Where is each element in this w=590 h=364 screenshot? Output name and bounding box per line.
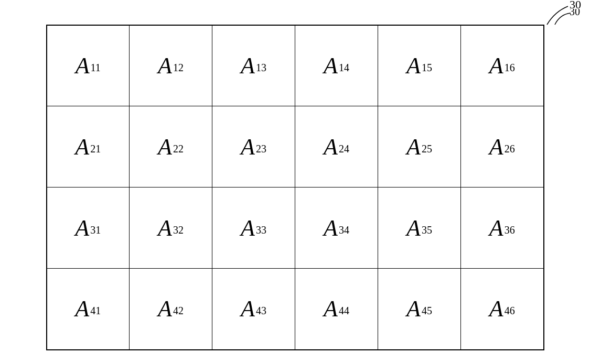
cell-46: A 46 <box>461 269 544 350</box>
cell-42: A 42 <box>130 269 212 350</box>
cell-25: A 25 <box>378 106 461 187</box>
cell-45: A 45 <box>378 269 461 350</box>
cell-43: A 43 <box>212 269 295 350</box>
matrix-wrapper: 30 A 11 A 12 <box>46 25 544 350</box>
svg-text:30: 30 <box>570 0 581 11</box>
cell-31: A 31 <box>47 187 130 269</box>
cell-23: A 23 <box>212 106 295 187</box>
cell-16: A 16 <box>461 25 544 106</box>
cell-13: A 13 <box>212 25 295 106</box>
page-container: 30 A 11 A 12 <box>0 0 590 364</box>
matrix-row-3: A 31 A 32 A 33 <box>47 187 544 269</box>
cell-36: A 36 <box>461 187 544 269</box>
matrix-row-2: A 21 A 22 A 23 <box>47 106 544 187</box>
cell-32: A 32 <box>130 187 212 269</box>
cell-26: A 26 <box>461 106 544 187</box>
matrix-row-1: A 11 A 12 A 13 <box>47 25 544 106</box>
cell-35: A 35 <box>378 187 461 269</box>
matrix-row-4: A 41 A 42 A 43 <box>47 269 544 350</box>
cell-11: A 11 <box>47 25 130 106</box>
reference-arrow-svg: 30 <box>539 1 586 30</box>
cell-14: A 14 <box>295 25 378 106</box>
cell-22: A 22 <box>130 106 212 187</box>
matrix-table: A 11 A 12 A 13 <box>46 25 544 350</box>
cell-24: A 24 <box>295 106 378 187</box>
cell-12: A 12 <box>130 25 212 106</box>
cell-41: A 41 <box>47 269 130 350</box>
cell-44: A 44 <box>295 269 378 350</box>
cell-33: A 33 <box>212 187 295 269</box>
cell-15: A 15 <box>378 25 461 106</box>
cell-21: A 21 <box>47 106 130 187</box>
cell-34: A 34 <box>295 187 378 269</box>
